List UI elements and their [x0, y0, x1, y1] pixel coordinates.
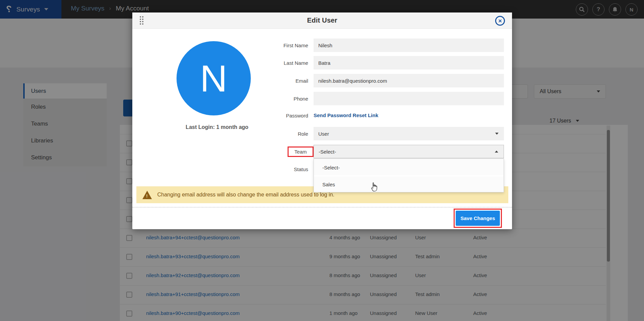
screen: Surveys Organization Explore research me…: [0, 0, 644, 321]
modal-title: Edit User: [132, 17, 512, 24]
email-label: Email: [234, 74, 308, 87]
first-name-value: Nilesh: [318, 43, 332, 48]
footer-divider: [132, 207, 512, 208]
email-field[interactable]: nilesh.batra@questionpro.com: [314, 74, 504, 87]
first-name-field[interactable]: Nilesh: [314, 38, 504, 52]
warning-icon: !: [142, 191, 152, 199]
status-label: Status: [234, 162, 308, 176]
team-label-annotation: Team: [288, 146, 314, 157]
avatar-initial: N: [200, 57, 227, 100]
warning-text: Changing email address will also change …: [157, 192, 334, 198]
team-label: Team: [294, 149, 307, 155]
phone-field[interactable]: [314, 92, 504, 105]
team-dropdown-panel: -Select- Sales: [314, 159, 504, 192]
last-name-value: Batra: [318, 60, 330, 66]
chevron-down-icon: [495, 133, 499, 135]
close-icon[interactable]: ✕: [495, 16, 505, 26]
mouse-cursor-hand: [370, 182, 378, 193]
team-option-sales[interactable]: Sales: [314, 177, 503, 192]
last-name-label: Last Name: [234, 56, 308, 70]
send-password-reset-link[interactable]: Send Password Reset Link: [314, 112, 378, 118]
team-option-select[interactable]: -Select-: [314, 160, 503, 175]
email-value: nilesh.batra@questionpro.com: [318, 78, 387, 84]
role-value: User: [318, 131, 329, 137]
password-label: Password: [234, 109, 308, 122]
first-name-label: First Name: [234, 38, 308, 52]
close-glyph: ✕: [498, 18, 502, 24]
role-label: Role: [234, 127, 308, 140]
warning-exclamation: !: [146, 193, 147, 198]
role-select[interactable]: User: [314, 127, 504, 140]
modal-header: Edit User ✕: [132, 12, 512, 29]
edit-user-modal: Edit User ✕ N Last Login: 1 month ago Fi…: [132, 12, 512, 229]
chevron-up-icon: [495, 151, 498, 153]
team-select[interactable]: -Select-: [314, 145, 504, 158]
phone-label: Phone: [234, 92, 308, 105]
save-changes-button[interactable]: Save Changes: [456, 211, 500, 226]
team-value: -Select-: [319, 149, 336, 155]
last-name-field[interactable]: Batra: [314, 56, 504, 70]
